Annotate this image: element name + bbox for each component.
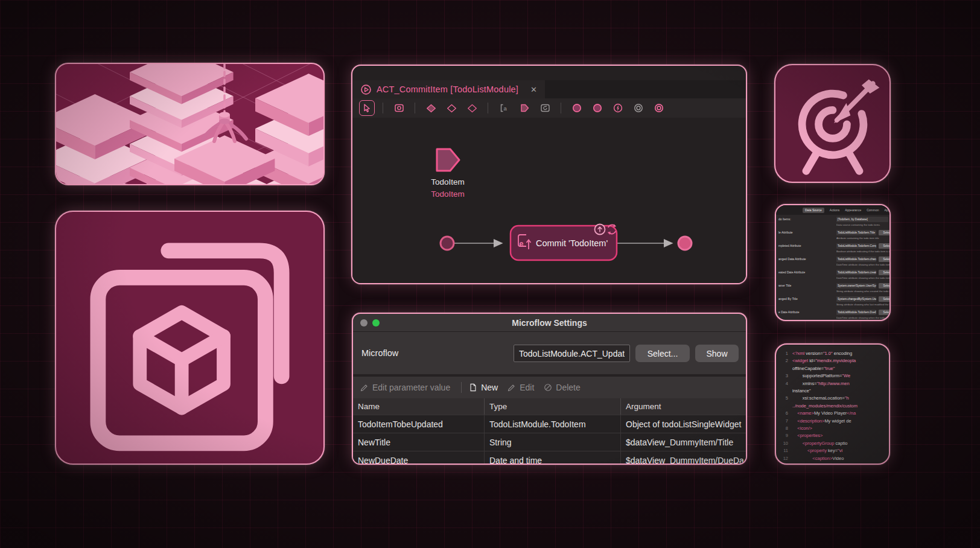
activity-label: Commit 'TodoItem': [536, 238, 608, 248]
property-label: wner Title: [778, 284, 791, 287]
select-button[interactable]: Select: [879, 270, 891, 275]
code-line: offlineCapable="true": [780, 365, 885, 372]
parameter-name-label: TodoItem: [431, 177, 465, 186]
select-button[interactable]: Select: [879, 283, 891, 288]
line-number: [780, 403, 788, 410]
select-button[interactable]: Select: [879, 243, 891, 249]
code-line: 11 <property key="vi: [780, 447, 885, 454]
start-event-icon[interactable]: [569, 100, 585, 116]
line-number: 6: [780, 410, 788, 417]
toolbar-divider: [383, 103, 383, 113]
editor-tabstrip: ACT_CommitItem [TodoListModule] ✕: [352, 80, 746, 98]
pencil-icon: [360, 383, 369, 392]
end-event-icon[interactable]: [590, 100, 605, 116]
pointer-tool-icon[interactable]: [359, 100, 375, 116]
line-number: 12: [780, 455, 788, 462]
property-row: do Items:[TodoItem, by Database]Data sou…: [776, 215, 889, 228]
tab-data-source[interactable]: Data Source: [803, 208, 824, 213]
tab-appearance[interactable]: Appearance: [845, 208, 861, 212]
microflow-settings-dialog: Microflow Settings Microflow Select... S…: [352, 313, 747, 465]
property-value-field[interactable]: TodoListModule.TodoItem.DueDate: [836, 310, 876, 315]
editor-tab[interactable]: ACT_CommitItem [TodoListModule] ✕: [352, 80, 545, 98]
code-line: 4 xmlns="http://www.men: [780, 380, 885, 387]
property-row: le AttributeTodoListModule.TodoItem.Titl…: [776, 228, 889, 241]
break-event-icon[interactable]: [651, 100, 667, 116]
edit-parameter-value-button[interactable]: Edit parameter value: [360, 383, 450, 392]
property-value-field[interactable]: System.changedBy/System.User/System.User…: [836, 296, 876, 302]
widget-xml-code-panel: 1<?xml version="1.0" encoding2<widget id…: [775, 343, 890, 465]
decision-filled-icon[interactable]: [423, 100, 439, 116]
error-event-icon[interactable]: [610, 100, 626, 116]
code-line: instance": [780, 387, 885, 395]
cell-argument: $dataView_DummyItem/Title: [620, 433, 746, 451]
line-number: 5: [780, 395, 788, 402]
annotation-icon[interactable]: a: [496, 100, 512, 116]
delete-button[interactable]: Delete: [544, 383, 580, 392]
cell-type: String: [484, 433, 620, 451]
commit-badge-icon: [595, 225, 605, 235]
commit-activity[interactable]: e Commit 'TodoItem': [511, 224, 617, 260]
toolbar-label: New: [481, 383, 498, 392]
region-tool-icon[interactable]: [391, 100, 407, 116]
close-icon[interactable]: ✕: [530, 85, 537, 94]
params-toolbar: Edit parameter valueNewEditDelete: [353, 377, 746, 398]
property-value-field[interactable]: TodoListModule.TodoItem.createdDate: [836, 270, 876, 275]
code-line: 2<widget id="mendix.myvideopla: [780, 357, 885, 365]
parameter-shape[interactable]: [437, 149, 459, 171]
editor-toolbar: a: [352, 98, 746, 118]
new-button[interactable]: New: [469, 383, 498, 392]
property-label: anged Data Attribute: [778, 257, 806, 261]
select-button[interactable]: Select...: [635, 345, 690, 362]
property-label: eated Date Attribute: [778, 270, 805, 274]
select-button[interactable]: Select: [879, 296, 891, 302]
property-label: le Attribute: [778, 231, 793, 234]
table-row[interactable]: NewDueDateDate and time$dataView_DummyIt…: [353, 451, 746, 465]
property-value-field[interactable]: TodoListModule.TodoItem.Title: [836, 230, 876, 235]
table-row[interactable]: TodoItemTobeUpdatedTodoListModule.TodoIt…: [353, 415, 746, 433]
cell-type: Date and time: [484, 451, 620, 465]
property-value-field[interactable]: TodoListModule.TodoItem.Completed: [836, 243, 876, 249]
tab-appearan[interactable]: Appearan: [884, 208, 889, 212]
property-value-field[interactable]: System.owner/System.User/System.User.Nam…: [836, 283, 876, 288]
column-header[interactable]: Type: [484, 398, 620, 415]
table-row[interactable]: NewTitleString$dataView_DummyItem/Title: [353, 433, 746, 451]
show-button[interactable]: Show: [695, 345, 739, 362]
tab-actions[interactable]: Actions: [830, 208, 839, 212]
window-dot-green[interactable]: [372, 319, 380, 327]
property-caption: String attribute showing who created the…: [836, 290, 891, 293]
parameter-icon[interactable]: [517, 100, 532, 116]
toolbar-divider: [461, 382, 462, 393]
column-header[interactable]: Argument: [620, 398, 746, 415]
code-line: 12 <caption>Video: [780, 455, 885, 462]
select-button[interactable]: Select: [879, 256, 891, 262]
property-caption: String attribute showing who last modifi…: [836, 303, 891, 306]
merge-icon[interactable]: [464, 100, 480, 116]
continue-event-icon[interactable]: [631, 100, 646, 116]
parameter-variable-label: TodoItem: [431, 190, 465, 199]
property-value-field[interactable]: [TodoItem, by Database]: [836, 217, 888, 222]
tab-common[interactable]: Common: [867, 208, 879, 212]
toolbar-label: Edit: [520, 383, 534, 392]
code-line: 6 <name>My Video Player</na: [780, 410, 885, 417]
select-button[interactable]: Select: [879, 310, 891, 315]
edit-button[interactable]: Edit: [508, 383, 534, 392]
decision-icon[interactable]: [444, 100, 459, 116]
property-label: e Date Attribute: [778, 310, 799, 314]
property-caption: DateTime attribute showing when the todo…: [836, 316, 891, 319]
property-row: e Date AttributeTodoListModule.TodoItem.…: [776, 308, 889, 321]
start-event[interactable]: [441, 237, 454, 250]
window-dot-gray[interactable]: [360, 319, 368, 327]
property-value-field[interactable]: TodoListModule.TodoItem.changedData: [836, 256, 876, 262]
microflow-input[interactable]: [514, 345, 630, 362]
line-number: 3: [780, 372, 788, 380]
cell-name: NewTitle: [353, 433, 484, 451]
end-event[interactable]: [678, 237, 692, 250]
code-line: 10 <propertyGroup captio: [780, 440, 885, 447]
column-header[interactable]: Name: [353, 398, 484, 415]
microflow-editor-window: ACT_CommitItem [TodoListModule] ✕: [351, 65, 747, 284]
widget-properties-panel: Data SourceActionsAppearanceCommonAppear…: [775, 204, 891, 321]
select-button[interactable]: Select: [879, 230, 891, 235]
loop-icon[interactable]: [537, 100, 553, 116]
settings-table-header: NameTypeArgument: [353, 398, 746, 415]
cell-name: TodoItemTobeUpdated: [353, 415, 484, 433]
